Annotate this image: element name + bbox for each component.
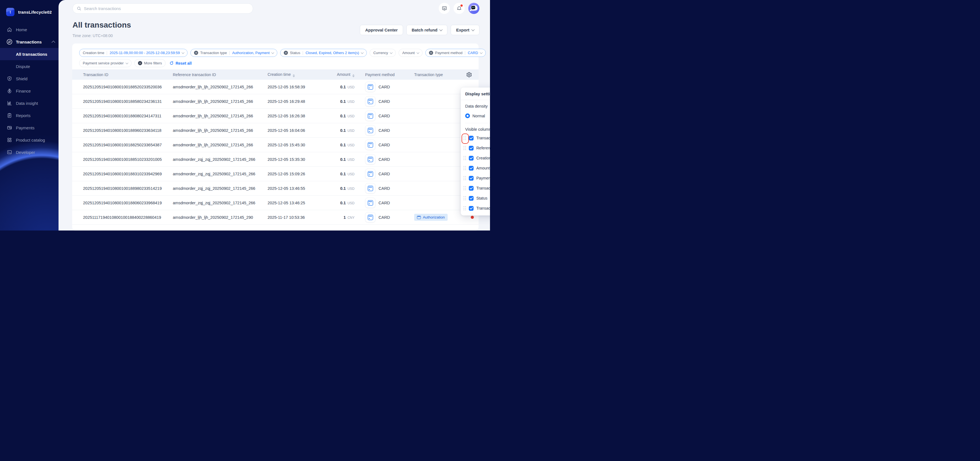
column-checkbox-checked[interactable] xyxy=(469,136,474,140)
payment-method-label: CARD xyxy=(379,186,390,191)
table-row[interactable]: 20251205194010800100188310233942969 amsd… xyxy=(72,167,479,181)
table-row[interactable]: 20251205194010800100188980233514219 amsd… xyxy=(72,181,479,196)
visible-columns-label: Visible columns xyxy=(465,127,490,132)
cell-amount: 0.1USD xyxy=(340,114,355,118)
chevron-down-icon xyxy=(126,61,128,64)
visible-column-item-transaction-id[interactable]: Transaction ID xyxy=(461,133,490,143)
table-row[interactable]: 20251205194010800100188060233968419 amsd… xyxy=(72,196,479,210)
cell-creation-time: 2025-12-05 16:26:38 xyxy=(267,114,334,118)
column-checkbox-checked[interactable] xyxy=(469,186,474,191)
column-checkbox-checked[interactable] xyxy=(469,176,474,181)
table-row[interactable]: 20251205194010800100188250233654387 amsd… xyxy=(72,138,479,152)
sidebar-item-finance[interactable]: Finance xyxy=(0,85,59,97)
filter-chip-amount[interactable]: Amount xyxy=(399,49,423,57)
sidebar-item-reports[interactable]: Reports xyxy=(0,109,59,121)
cell-payment-method: CARD xyxy=(355,111,414,121)
drag-handle-icon[interactable] xyxy=(463,136,466,140)
page-title: All transactions xyxy=(72,21,131,30)
visible-column-item-status[interactable]: Status xyxy=(461,193,490,203)
drag-handle-icon[interactable] xyxy=(463,186,466,190)
search-bar[interactable] xyxy=(72,3,253,14)
more-filters-button[interactable]: ＋ More filters xyxy=(134,59,165,67)
workspace-switcher[interactable]: t transLifecycle02 xyxy=(6,8,52,16)
chevron-down-icon xyxy=(439,28,442,31)
sidebar-item-all-transactions[interactable]: All transactions xyxy=(0,48,59,60)
chevron-down-icon xyxy=(361,51,364,54)
sidebar-item-label: Developer xyxy=(16,150,35,155)
filter-chip-transaction-type[interactable]: ✕ Transaction type Authorization, Paymen… xyxy=(190,49,277,57)
sidebar-item-label: Product catalog xyxy=(16,138,45,142)
visible-column-item-payment-method[interactable]: Payment method xyxy=(461,173,490,183)
batch-refund-button[interactable]: Batch refund xyxy=(406,25,448,35)
visible-column-item-reference-transaction-id[interactable]: Reference transaction ID xyxy=(461,143,490,153)
sidebar-item-icon xyxy=(7,125,12,130)
column-checkbox-checked[interactable] xyxy=(469,206,474,211)
notifications-button[interactable] xyxy=(453,3,465,14)
filter-chip-status[interactable]: ✕ Status Closed, Expired, Others 2 item(… xyxy=(280,49,367,57)
filter-chip-payment-method[interactable]: ✕ Payment method CARD xyxy=(425,49,486,57)
column-checkbox-checked[interactable] xyxy=(469,156,474,161)
filter-chip-label: Currency xyxy=(373,51,388,55)
feedback-button[interactable] xyxy=(439,3,450,14)
sidebar: t transLifecycle02 Home Transactions All… xyxy=(0,0,59,230)
column-checkbox-checked[interactable] xyxy=(469,146,474,151)
column-label: Transaction status update ti xyxy=(476,206,490,210)
export-button[interactable]: Export xyxy=(451,25,479,35)
drag-handle-icon[interactable] xyxy=(463,166,466,170)
sort-icon[interactable] xyxy=(293,75,295,77)
cell-transaction-id: 20251205194010800100188510233201005 xyxy=(72,157,173,162)
sidebar-item-payments[interactable]: Payments xyxy=(0,121,59,134)
display-settings-gear-button[interactable] xyxy=(463,69,475,80)
table-row[interactable]: 20251117194010800100188400228860419 amsd… xyxy=(72,210,479,225)
sort-icon[interactable] xyxy=(352,75,355,77)
drag-handle-icon[interactable] xyxy=(463,196,466,200)
visible-column-item-transaction-type[interactable]: Transaction type xyxy=(461,183,490,193)
cell-transaction-id: 20251205194010800100188250233654387 xyxy=(72,143,173,147)
table-row[interactable]: 20251205194010800100188080234147311 amsd… xyxy=(72,109,479,123)
avatar[interactable] xyxy=(468,3,479,14)
filter-chip-creation-time[interactable]: Creation time 2025-11-09,00:00:00 - 2025… xyxy=(79,49,188,57)
sidebar-item-product-catalog[interactable]: Product catalog xyxy=(0,134,59,146)
drag-handle-icon[interactable] xyxy=(463,156,466,160)
sidebar-item-home[interactable]: Home xyxy=(0,24,59,36)
column-checkbox-checked[interactable] xyxy=(469,166,474,170)
drag-handle-icon[interactable] xyxy=(463,176,466,180)
col-header-amount[interactable]: Amount xyxy=(337,72,355,77)
table-row[interactable]: 20251205194010800100188580234236131 amsd… xyxy=(72,94,479,109)
sidebar-item-transactions[interactable]: Transactions xyxy=(0,36,59,48)
filter-chip-label: Transaction type xyxy=(200,51,227,55)
sidebar-item-label: Finance xyxy=(16,89,31,93)
cell-reference-transaction-id: amsdmorder_ljh_ljh_20250902_172145_266 xyxy=(173,143,267,147)
col-header-creation-time[interactable]: Creation time xyxy=(267,72,334,77)
sidebar-item-data-insight[interactable]: Data insight xyxy=(0,97,59,109)
search-input[interactable] xyxy=(84,6,249,11)
visible-column-item-creation-time[interactable]: Creation time xyxy=(461,153,490,163)
remove-filter-icon[interactable]: ✕ xyxy=(284,51,288,55)
cell-reference-transaction-id: amsdmorder_ljh_ljh_20250902_172145_266 xyxy=(173,128,267,133)
sidebar-item-developer[interactable]: Developer xyxy=(0,146,59,158)
radio-selected-icon[interactable] xyxy=(465,113,470,118)
cell-transaction-type: Authorization xyxy=(414,214,461,221)
table-row[interactable]: 20251205194010800100188520233520036 amsd… xyxy=(72,80,479,94)
visible-column-item-amount[interactable]: Amount xyxy=(461,163,490,173)
remove-filter-icon[interactable]: ✕ xyxy=(194,51,198,55)
remove-filter-icon[interactable]: ✕ xyxy=(429,51,433,55)
sidebar-item-shield[interactable]: Shield xyxy=(0,73,59,85)
payment-method-label: CARD xyxy=(379,143,390,147)
column-checkbox-checked[interactable] xyxy=(469,196,474,201)
reset-all-button[interactable]: Reset all xyxy=(169,61,192,65)
drag-handle-icon[interactable] xyxy=(463,206,466,210)
table-row[interactable]: 20251205194010800100188510233201005 amsd… xyxy=(72,152,479,167)
sidebar-item-dispute[interactable]: Dispute xyxy=(0,60,59,73)
visible-column-item-transaction-status-update-ti[interactable]: Transaction status update ti xyxy=(461,203,490,213)
card-icon xyxy=(365,111,375,121)
filter-chip-payment-service-provider[interactable]: Payment service provider xyxy=(79,59,132,67)
filter-chip-currency[interactable]: Currency xyxy=(369,49,396,57)
sidebar-item-label: Data insight xyxy=(16,101,38,106)
table-row[interactable]: 20251205194010800100188960233634118 amsd… xyxy=(72,123,479,138)
chevron-down-icon xyxy=(471,28,474,31)
filter-chip-value: 2025-11-09,00:00:00 - 2025-12-08,23:59:5… xyxy=(110,51,180,55)
density-option-normal[interactable]: Normal xyxy=(465,113,485,118)
approval-center-button[interactable]: Approval Center xyxy=(360,25,403,35)
drag-handle-icon[interactable] xyxy=(463,146,466,150)
